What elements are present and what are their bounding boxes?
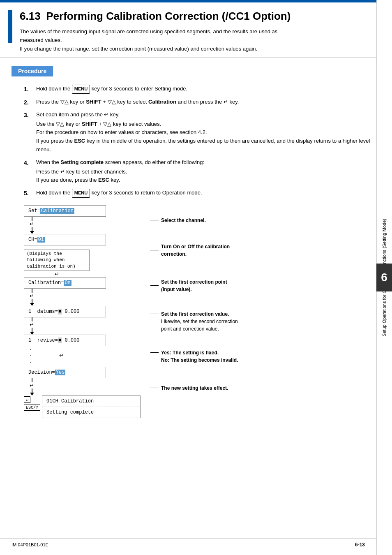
arrow-block-1: ↵ — [30, 217, 34, 234]
arrow-block-3: ↵ — [30, 317, 34, 335]
step-4-number: 4. — [24, 158, 29, 167]
section-intro: The values of the measuring input signal… — [20, 28, 299, 53]
annot-4-bold: Set the first correction value. — [161, 311, 229, 317]
intro-line-1: The values of the measuring input signal… — [20, 28, 299, 45]
diagram-flow: Set=Calibration ↵ CH=01 — [24, 205, 141, 418]
steps-list: 1. Hold down the MENU key for 3 seconds … — [36, 85, 384, 197]
annot-line-4 — [150, 314, 159, 314]
decision-screen: Decision=Yes — [24, 367, 106, 378]
connector-3: ↵ — [30, 317, 34, 335]
step-3-number: 3. — [24, 111, 29, 120]
step-2: 2. Press the ▽△ key or SHIFT + ▽△ key to… — [36, 98, 384, 106]
annot-2: Turn On or Off the calibration correctio… — [150, 243, 251, 258]
esc-key-3: ESC — [74, 138, 85, 144]
annot-line-5 — [150, 352, 159, 353]
arrow-block-2: ↵ — [30, 289, 34, 306]
step-4: 4. When the Setting complete screen appe… — [36, 158, 384, 185]
arrow-2 — [30, 303, 34, 306]
esc-label-col: ↵ ESC/? — [24, 395, 40, 411]
menu-key-1: MENU — [72, 85, 90, 94]
vline-3 — [32, 317, 32, 321]
shift-key-2: SHIFT — [86, 99, 101, 105]
annot-line-6 — [150, 388, 159, 388]
return-dot: ↵ — [59, 353, 64, 358]
return-symbol-2: ↵ — [30, 293, 34, 299]
return-symbol-1: ↵ — [30, 221, 34, 227]
annot-line-3 — [150, 285, 159, 286]
dot-1: · — [30, 346, 31, 352]
annot-4-sub: Likewise, set the second correctionpoint… — [161, 319, 238, 332]
section-title-block: 6.13 Performing Calibration Correction (… — [20, 10, 376, 53]
annot-6-bold: The new setting takes effect. — [161, 385, 228, 391]
step-1: 1. Hold down the MENU key for 3 seconds … — [36, 85, 384, 94]
chapter-tab: 6 — [376, 264, 392, 291]
return-symbol-4: ↵ — [30, 382, 34, 388]
connector-2: ↵ — [30, 289, 34, 306]
calibration-label: Calibration — [148, 99, 176, 105]
annot-5: Yes: The setting is fixed. No: The setti… — [150, 349, 251, 364]
vline-2 — [32, 289, 32, 293]
setting-complete-label: Setting complete — [60, 159, 104, 165]
procedure-box: Procedure — [12, 66, 53, 76]
annot-3: Set the first correction point(input val… — [150, 278, 251, 293]
return-row-note: ↵ — [55, 271, 59, 277]
arrow-1 — [30, 231, 34, 234]
calib-on-highlight: On — [64, 280, 71, 286]
annot-5-no: No: The setting becomes invalid. — [161, 357, 238, 363]
annot-text-1: Select the channel. — [161, 217, 206, 224]
return-symbol-note: ↵ — [55, 271, 59, 277]
ch-screen: CH=01 — [24, 234, 106, 245]
esc-slash-box: ESC/? — [24, 405, 40, 411]
step-5: 5. Hold down the MENU key for 3 seconds … — [36, 189, 384, 198]
dot-2: · — [30, 352, 31, 358]
revise-screen: 1 revise=■ 0.000 — [24, 335, 106, 346]
annot-1: Select the channel. — [150, 217, 251, 224]
section-title: Performing Calibration Correction (/CC1 … — [46, 10, 291, 22]
calibration-highlight: Calibration — [40, 208, 74, 214]
annot-2-bold: Turn On or Off the calibration correctio… — [161, 244, 230, 257]
page-container: 6.13 Performing Calibration Correction (… — [0, 0, 392, 555]
vline-2b — [32, 299, 32, 303]
step-1-number: 1. — [24, 85, 29, 94]
datums-screen: 1 datums=■ 0.000 — [24, 306, 106, 317]
annot-text-6: The new setting takes effect. — [161, 384, 228, 392]
esc-box: ↵ — [24, 396, 30, 403]
step-3-sub: Use the ▽△ key or SHIFT + ▽△ key to sele… — [36, 120, 384, 154]
step-5-number: 5. — [24, 189, 29, 198]
footer-left: IM 04P01B01-01E — [12, 542, 48, 547]
menu-key-5: MENU — [72, 189, 90, 198]
return-row-1: ↵ — [30, 221, 34, 227]
vline-1 — [32, 217, 32, 221]
vline-3b — [32, 328, 32, 332]
annotations-col: Select the channel. Turn On or Off the c… — [150, 205, 251, 418]
step-4-sub: Press the ↵ key to set other channels. I… — [36, 168, 384, 185]
revise-cursor: ■ — [58, 338, 62, 343]
datums-cursor: ■ — [58, 309, 62, 314]
return-symbol-dots: ↵ — [59, 353, 64, 358]
sidebar-right: Setup Operations for Convenient Function… — [376, 0, 392, 555]
annot-3-bold: Set the first correction point(input val… — [161, 279, 227, 292]
annot-6: The new setting takes effect. — [150, 384, 251, 392]
annot-5-yes: Yes: The setting is fixed. — [161, 350, 219, 356]
section-header: 6.13 Performing Calibration Correction (… — [0, 2, 384, 58]
annot-line-2 — [150, 250, 159, 250]
shift-key-3: SHIFT — [82, 121, 97, 127]
intro-line-2: If you change the input range, set the c… — [20, 45, 299, 53]
esc-key-4: ESC — [98, 177, 109, 183]
final-screen-1: 01CH Calibration — [42, 395, 141, 407]
main-content: Procedure 1. Hold down the MENU key for … — [0, 58, 392, 426]
section-number: 6.13 — [20, 10, 41, 22]
step-3: 3. Set each item and press the ↵ key. Us… — [36, 111, 384, 154]
section-blue-bar — [8, 10, 12, 43]
page-footer: IM 04P01B01-01E 6-13 — [0, 538, 376, 548]
annot-1-bold: Select the channel. — [161, 217, 206, 223]
decision-highlight: Yes — [55, 370, 66, 375]
final-screens: 01CH Calibration Setting complete — [42, 395, 141, 418]
annot-4: Set the first correction value. Likewise… — [150, 310, 251, 333]
vline-4 — [32, 378, 32, 382]
arrow-4 — [30, 393, 34, 395]
content-left: Procedure 1. Hold down the MENU key for … — [0, 58, 392, 426]
annot-line-1 — [150, 220, 159, 220]
connector-1: ↵ — [30, 217, 34, 234]
step-2-number: 2. — [24, 98, 29, 107]
